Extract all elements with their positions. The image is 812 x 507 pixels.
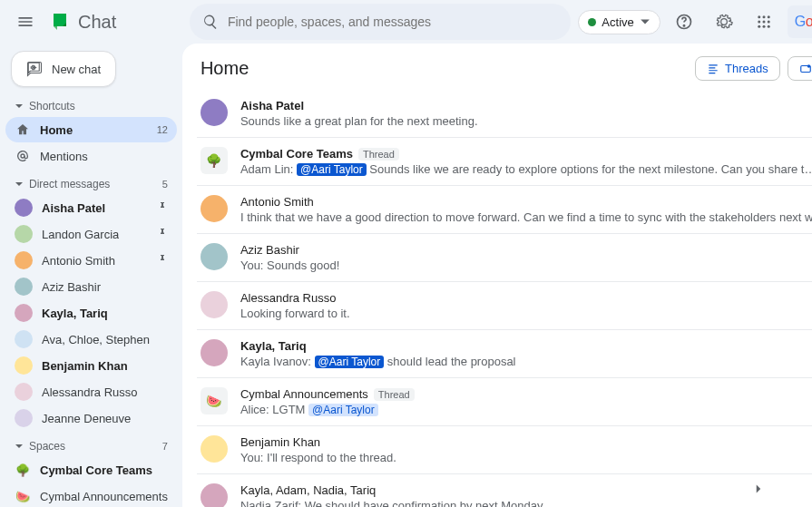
conversation-name: Antonio Smith [240,195,314,209]
page-title: Home [201,58,249,79]
avatar [201,435,228,463]
space-item[interactable]: 🍉 Cymbal Announcements [5,483,177,507]
space-label: Cymbal Announcements [40,490,168,503]
conversation-snippet: Nadia Zarif: We should have confirmation… [240,499,812,507]
spaces-section[interactable]: Spaces 7 [5,436,177,456]
new-chat-icon [26,61,43,77]
svg-point-8 [768,15,770,18]
status-selector[interactable]: Active [578,10,660,34]
conversation-name: Benjamin Khan [240,435,320,449]
dm-item[interactable]: Ava, Chloe, Stephen [5,327,177,352]
svg-point-11 [768,21,770,24]
apps-grid-icon [756,14,772,30]
svg-point-6 [758,15,760,18]
dm-label: Ava, Chloe, Stephen [42,333,150,346]
avatar [15,225,33,243]
svg-marker-2 [54,26,57,30]
conversation-name: Alessandra Russo [240,291,337,305]
avatar [15,251,33,269]
conversation-row[interactable]: Antonio Smith I think that we have a goo… [197,186,812,234]
status-dot-icon [588,18,596,26]
shortcut-home[interactable]: Home 12 [5,117,177,142]
conversation-row[interactable]: Benjamin Khan You: I'll respond to the t… [197,426,812,474]
conversation-row[interactable]: Kayla, Adam, Nadia, Tariq Nadia Zarif: W… [197,474,812,507]
dm-item[interactable]: Benjamin Khan [5,353,177,378]
apps-button[interactable] [748,5,780,38]
dm-item[interactable]: Aisha Patel [5,195,177,220]
dm-item[interactable]: Kayla, Tariq [5,300,177,326]
conversation-snippet: Kayla Ivanov: @Aari Taylor should lead t… [240,355,812,368]
main-menu-button[interactable] [7,4,44,40]
dm-item[interactable]: Aziz Bashir [5,274,177,299]
conversation-name: Kayla, Adam, Nadia, Tariq [240,483,376,497]
avatar [15,356,33,375]
dm-label: Antonio Smith [42,254,115,268]
conversation-name: Cymbal Announcements [240,387,368,401]
mention-icon [15,149,30,163]
thread-badge: Thread [374,388,415,401]
conversation-snippet: Alice: LGTM @Aari Taylor [240,403,812,416]
dm-label: Aziz Bashir [42,280,101,294]
expand-panel-button[interactable] [750,481,767,500]
conversation-name: Aisha Patel [240,99,304,112]
dms-section[interactable]: Direct messages 5 [5,174,177,194]
dm-item[interactable]: Antonio Smith [5,248,177,273]
svg-rect-0 [54,14,66,26]
avatar [201,243,228,270]
new-chat-button[interactable]: New chat [11,51,116,87]
avatar [15,383,33,401]
svg-point-14 [768,25,770,28]
conversation-row[interactable]: Aisha Patel Sounds like a great plan for… [197,90,812,138]
avatar [201,291,228,318]
dms-count: 5 [162,179,168,190]
avatar [15,199,33,217]
dm-item[interactable]: Jeanne Deneuve [5,405,177,431]
svg-point-7 [762,15,765,18]
search-bar[interactable] [190,4,571,40]
svg-point-5 [683,25,684,26]
avatar [15,278,33,296]
mention-chip: @Aari Taylor [308,404,378,416]
conversation-snippet: You: I'll respond to the thread. [240,451,812,464]
chat-logo-icon [51,11,73,33]
help-button[interactable] [668,5,700,38]
unread-filter[interactable]: Unread [788,56,812,81]
search-input[interactable] [228,15,558,29]
conversation-row[interactable]: Aziz Bashir You: Sounds good! 6 min [197,234,812,282]
unread-icon [799,63,812,75]
dm-label: Landon Garcia [42,228,119,241]
search-icon [202,14,219,30]
pin-icon [157,254,168,268]
avatar [15,409,33,427]
conversation-snippet: You: Sounds good! [240,258,812,272]
chevron-down-icon [640,16,651,27]
avatar [201,99,228,126]
threads-icon [707,63,719,75]
svg-point-12 [758,25,760,28]
conversation-row[interactable]: 🌳 Cymbal Core Teams Thread Adam Lin: @Aa… [197,138,812,186]
menu-icon [16,13,34,31]
conversation-row[interactable]: Kayla, Tariq Kayla Ivanov: @Aari Taylor … [197,330,812,378]
caret-down-icon [15,102,24,111]
conversation-row[interactable]: 🍉 Cymbal Announcements Thread Alice: LGT… [197,378,812,426]
help-icon [675,13,693,31]
google-account[interactable]: Google [788,5,812,38]
shortcut-mentions[interactable]: Mentions [5,143,177,169]
caret-down-icon [15,180,24,189]
dm-item[interactable]: Alessandra Russo [5,379,177,405]
shortcuts-section[interactable]: Shortcuts [5,96,177,116]
pin-icon [157,228,168,241]
svg-point-9 [758,21,760,24]
gear-icon [715,13,733,31]
threads-filter[interactable]: Threads [695,56,780,81]
settings-button[interactable] [708,5,740,38]
dm-item[interactable]: Landon Garcia [5,221,177,247]
conversation-name: Aziz Bashir [240,243,299,257]
mention-chip: @Aari Taylor [315,356,385,368]
new-chat-label: New chat [52,63,101,76]
avatar [201,195,228,222]
space-item[interactable]: 🌳 Cymbal Core Teams [5,457,177,483]
avatar [201,483,228,507]
home-badge: 12 [157,124,168,135]
conversation-row[interactable]: Alessandra Russo Looking forward to it. … [197,282,812,330]
